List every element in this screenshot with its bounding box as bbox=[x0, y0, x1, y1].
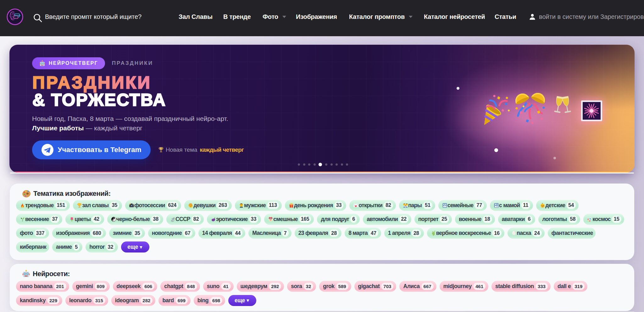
svg-text:& ТОРЖЕСТВА: & ТОРЖЕСТВА bbox=[32, 90, 166, 110]
svg-text:ПРАЗДНИКИ: ПРАЗДНИКИ bbox=[32, 73, 152, 92]
svg-text:PROMPT: PROMPT bbox=[15, 15, 21, 16]
